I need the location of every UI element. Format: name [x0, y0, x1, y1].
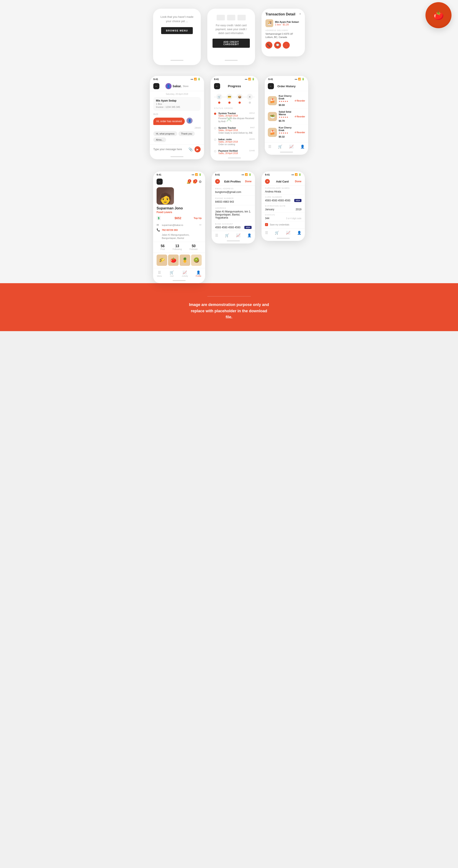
nav-profile[interactable]: 👤 Profile: [196, 270, 201, 277]
order-price-1: $0.59: [279, 104, 285, 106]
close-button[interactable]: ✕: [265, 179, 270, 184]
time-display: 9:41: [268, 78, 273, 81]
status-bar: 9:41 ▪▪▪ 📶 🔋: [265, 76, 308, 82]
back-button[interactable]: ←: [153, 83, 159, 89]
step-dot-4: [249, 101, 251, 104]
follower-count: 50: [190, 244, 198, 248]
suggestion-chip-2[interactable]: Thank you: [178, 131, 195, 136]
food-name: Mie Ayam Pak Sobari: [275, 21, 299, 23]
menu-icon: ☰: [215, 233, 218, 238]
status-bar: 9:41 ▪▪▪ 📶 🔋: [262, 172, 305, 177]
nav-menu[interactable]: ☰: [265, 231, 268, 235]
order-history-header: ← Order History: [265, 82, 308, 91]
order-name-3: Kue Cherry Enak: [279, 126, 293, 131]
nav-cart[interactable]: 🛒: [225, 233, 229, 238]
profile-stats: 56 Post 13 Following 50 Follower: [153, 242, 205, 253]
card-icon-1: [217, 15, 225, 21]
profile-icon: 👤: [297, 231, 301, 235]
status-info-4: Payment Verified 21H45 Sabtu, 28 April 2…: [218, 150, 255, 155]
tracker-name-3: bakar. resto: [218, 138, 232, 141]
visa-logo: VISA: [294, 199, 301, 202]
progress-steps: 🛒 💳 📦 ✕: [210, 91, 258, 101]
reorder-btn-1[interactable]: ↺ Reorder: [294, 100, 305, 102]
address-value[interactable]: Jalan Ki Mangunsarkoro, km 1. Banguntapa…: [215, 210, 252, 219]
add-card-button[interactable]: ADD CREDIT CARD/DEBIT: [212, 39, 250, 48]
topup-button[interactable]: Top Up: [194, 217, 202, 219]
nav-menu[interactable]: ☰ Menu: [157, 270, 162, 277]
payment-card: For easy credit / debit card payment, sa…: [207, 9, 255, 65]
done-button[interactable]: Done: [245, 180, 252, 183]
nav-activity[interactable]: 📈: [236, 233, 240, 238]
nav-item-cart[interactable]: 🛒: [278, 145, 282, 149]
menu-label: Menu: [157, 275, 162, 277]
tracker-desc-3: Order on cooking: [218, 143, 255, 146]
nav-profile[interactable]: 👤: [297, 231, 301, 235]
balance-row: 💲 $652 Top Up: [153, 216, 205, 222]
close-button[interactable]: ×: [299, 12, 301, 16]
attach-icon[interactable]: 📎: [189, 147, 193, 152]
chat-input-field[interactable]: [153, 148, 187, 151]
expiry-group: EXPIRATION DATE January 2019: [262, 204, 305, 212]
browse-menu-button[interactable]: BROWSE MENU: [161, 27, 193, 34]
reorder-btn-2[interactable]: ↺ Reorder: [294, 116, 305, 118]
chat-input-row: 📎 ▶: [150, 144, 204, 155]
settings-icon[interactable]: ⚙: [199, 180, 202, 184]
step-dots: [210, 101, 258, 106]
bank-number[interactable]: 4593 4593 4593 4593: [215, 226, 240, 229]
call-button[interactable]: 📞: [265, 42, 272, 49]
close-button[interactable]: ✕: [215, 179, 220, 184]
action-buttons: 📞 💬 📍: [265, 42, 301, 49]
nav-item-profile[interactable]: 👤: [300, 145, 305, 149]
step-icon-2: 💳: [226, 94, 232, 100]
cart-icon: 🛒: [170, 270, 174, 275]
nav-profile[interactable]: 👤: [247, 233, 252, 238]
status-icons: ▪▪▪ 📶 🔋: [191, 78, 201, 81]
save-credentials-row: ✓ Save my credentials: [262, 221, 305, 228]
food-price: 1 box · $1.20: [275, 23, 299, 26]
email-value[interactable]: bungtomo@gmail.com: [215, 190, 252, 193]
suggestion-chip-1[interactable]: Hi, what progress: [153, 131, 177, 136]
status-bar: 9:41 ▪▪▪ 📶 🔋: [150, 76, 204, 82]
section-mid: ✕ 9:41 ▪▪▪ 📶 🔋 ← 👤 bakar. Store Saturday: [0, 72, 458, 167]
edit-icon[interactable]: ✏: [199, 223, 202, 226]
home-indicator: [173, 280, 186, 281]
back-button[interactable]: ←: [157, 179, 163, 185]
address-text: Verharensingel 3 4375 UF Lottum, BC, Can…: [265, 32, 301, 39]
order-item-2: 🥗 Salad Selai Warna ★ ★ ★ ★ ★ $0.70 ↺ Re…: [265, 109, 308, 125]
bottom-nav: ☰ 🛒 📈 👤: [211, 231, 255, 239]
location-button[interactable]: 📍: [283, 42, 290, 49]
status-icons: ▪▪▪ 📶 🔋: [295, 78, 305, 81]
save-checkbox[interactable]: ✓: [265, 223, 268, 226]
profile-photo: 🧑: [157, 187, 174, 205]
gallery-item-2: 🍅: [168, 254, 179, 266]
phone-value[interactable]: 84933 4983 943: [215, 200, 252, 203]
nav-menu[interactable]: ☰: [215, 233, 218, 238]
cardholder-value[interactable]: Andrea Hirata: [265, 190, 301, 193]
status-bar: 9:41 ▪▪▪ 📶 🔋: [153, 172, 205, 177]
home-indicator: [280, 152, 293, 153]
profile-name: Suparman Jono: [153, 206, 205, 211]
nav-item-activity[interactable]: 📈: [289, 145, 294, 149]
post-label: Post: [161, 248, 165, 250]
home-indicator: [170, 156, 184, 157]
nav-cart[interactable]: 🛒: [275, 231, 279, 235]
nav-item-menu[interactable]: ☰: [268, 145, 271, 149]
message-button[interactable]: 💬: [274, 42, 281, 49]
bottom-nav: ☰ 🛒 📈 👤: [262, 228, 305, 237]
edit-header: ✕ Edit Profiles Done: [211, 177, 255, 186]
status-info-1: System Tracker 18H12 Sabtu, 28 April 201…: [218, 112, 255, 123]
signal-icon: ▪▪▪: [241, 174, 244, 176]
bank-value: 4593 4593 4593 4593 VISA: [215, 226, 252, 229]
add-card-phone: 9:41 ▪▪▪ 📶 🔋 ✕ Add Card Done CARDHOLDER …: [262, 172, 305, 241]
done-button[interactable]: Done: [295, 180, 301, 183]
nav-activity[interactable]: 📈 Activity: [182, 270, 188, 277]
nav-activity[interactable]: 📈: [286, 231, 290, 235]
send-button[interactable]: ▶: [195, 146, 201, 152]
back-button[interactable]: ←: [268, 83, 274, 89]
back-button[interactable]: ←: [214, 83, 220, 89]
suggestion-chip-3[interactable]: Alrea...: [153, 137, 166, 142]
nav-cart[interactable]: 🛒 Cart: [170, 270, 174, 277]
cvv-group: CVV/CVC 344 3 or 4 digit code: [262, 212, 305, 221]
reorder-btn-3[interactable]: ↺ Reorder: [294, 131, 305, 134]
bell-icon-wrapper: 🔔 5: [187, 180, 191, 184]
